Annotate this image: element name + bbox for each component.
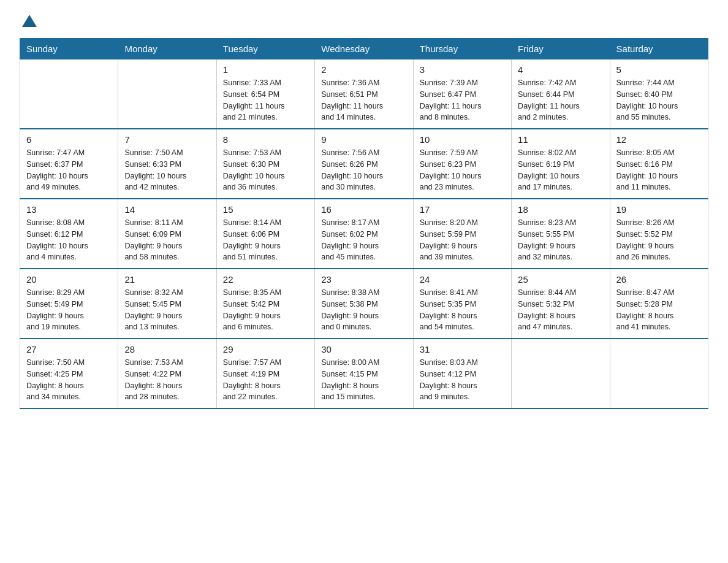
calendar-cell: 18Sunrise: 8:23 AMSunset: 5:55 PMDayligh… xyxy=(512,199,610,269)
calendar-cell: 29Sunrise: 7:57 AMSunset: 4:19 PMDayligh… xyxy=(216,339,314,408)
calendar-cell xyxy=(118,59,216,129)
day-number: 30 xyxy=(321,344,406,354)
day-info: Sunrise: 7:44 AMSunset: 6:40 PMDaylight:… xyxy=(616,77,702,123)
calendar-cell: 24Sunrise: 8:41 AMSunset: 5:35 PMDayligh… xyxy=(413,269,511,339)
day-info: Sunrise: 7:50 AMSunset: 4:25 PMDaylight:… xyxy=(26,357,112,403)
day-number: 7 xyxy=(124,134,210,145)
day-number: 12 xyxy=(616,134,702,145)
calendar-cell xyxy=(610,339,708,408)
calendar-table: SundayMondayTuesdayWednesdayThursdayFrid… xyxy=(20,38,708,409)
calendar-cell xyxy=(512,339,610,408)
calendar-cell: 20Sunrise: 8:29 AMSunset: 5:49 PMDayligh… xyxy=(20,269,118,339)
calendar-cell: 28Sunrise: 7:53 AMSunset: 4:22 PMDayligh… xyxy=(118,339,216,408)
day-info: Sunrise: 8:03 AMSunset: 4:12 PMDaylight:… xyxy=(420,357,505,403)
day-number: 17 xyxy=(420,204,505,215)
calendar-cell: 25Sunrise: 8:44 AMSunset: 5:32 PMDayligh… xyxy=(512,269,610,339)
day-number: 6 xyxy=(26,134,112,145)
calendar-cell: 17Sunrise: 8:20 AMSunset: 5:59 PMDayligh… xyxy=(413,199,511,269)
day-number: 14 xyxy=(124,204,210,215)
day-info: Sunrise: 8:14 AMSunset: 6:06 PMDaylight:… xyxy=(223,217,308,263)
day-info: Sunrise: 8:35 AMSunset: 5:42 PMDaylight:… xyxy=(223,287,308,333)
day-number: 20 xyxy=(26,274,112,285)
day-info: Sunrise: 7:57 AMSunset: 4:19 PMDaylight:… xyxy=(223,357,308,403)
day-info: Sunrise: 7:39 AMSunset: 6:47 PMDaylight:… xyxy=(420,77,505,123)
calendar-cell: 14Sunrise: 8:11 AMSunset: 6:09 PMDayligh… xyxy=(118,199,216,269)
day-info: Sunrise: 7:36 AMSunset: 6:51 PMDaylight:… xyxy=(321,77,406,123)
day-number: 25 xyxy=(518,274,603,285)
day-number: 10 xyxy=(420,134,505,145)
logo xyxy=(20,15,37,28)
calendar-cell: 8Sunrise: 7:53 AMSunset: 6:30 PMDaylight… xyxy=(216,129,314,199)
day-number: 24 xyxy=(420,274,505,285)
calendar-cell: 22Sunrise: 8:35 AMSunset: 5:42 PMDayligh… xyxy=(216,269,314,339)
header-day-friday: Friday xyxy=(512,39,610,59)
calendar-week-row: 6Sunrise: 7:47 AMSunset: 6:37 PMDaylight… xyxy=(20,129,708,199)
calendar-cell: 21Sunrise: 8:32 AMSunset: 5:45 PMDayligh… xyxy=(118,269,216,339)
day-number: 23 xyxy=(321,274,406,285)
header-day-monday: Monday xyxy=(118,39,216,59)
day-number: 1 xyxy=(223,64,308,75)
header-day-tuesday: Tuesday xyxy=(216,39,314,59)
day-info: Sunrise: 8:41 AMSunset: 5:35 PMDaylight:… xyxy=(420,287,505,333)
calendar-cell: 27Sunrise: 7:50 AMSunset: 4:25 PMDayligh… xyxy=(20,339,118,408)
day-info: Sunrise: 8:26 AMSunset: 5:52 PMDaylight:… xyxy=(616,217,702,263)
calendar-cell: 4Sunrise: 7:42 AMSunset: 6:44 PMDaylight… xyxy=(512,59,610,129)
calendar-cell: 15Sunrise: 8:14 AMSunset: 6:06 PMDayligh… xyxy=(216,199,314,269)
day-number: 5 xyxy=(616,64,702,75)
day-info: Sunrise: 8:29 AMSunset: 5:49 PMDaylight:… xyxy=(26,287,112,333)
day-number: 29 xyxy=(223,344,308,354)
day-info: Sunrise: 8:05 AMSunset: 6:16 PMDaylight:… xyxy=(616,147,702,193)
day-info: Sunrise: 7:42 AMSunset: 6:44 PMDaylight:… xyxy=(518,77,603,123)
day-number: 26 xyxy=(616,274,702,285)
day-info: Sunrise: 8:20 AMSunset: 5:59 PMDaylight:… xyxy=(420,217,505,263)
day-info: Sunrise: 8:17 AMSunset: 6:02 PMDaylight:… xyxy=(321,217,406,263)
day-number: 19 xyxy=(616,204,702,215)
day-info: Sunrise: 8:47 AMSunset: 5:28 PMDaylight:… xyxy=(616,287,702,333)
day-number: 27 xyxy=(26,344,112,354)
day-number: 11 xyxy=(518,134,603,145)
day-number: 18 xyxy=(518,204,603,215)
day-number: 22 xyxy=(223,274,308,285)
calendar-cell: 31Sunrise: 8:03 AMSunset: 4:12 PMDayligh… xyxy=(413,339,511,408)
day-number: 9 xyxy=(321,134,406,145)
day-number: 16 xyxy=(321,204,406,215)
calendar-cell: 11Sunrise: 8:02 AMSunset: 6:19 PMDayligh… xyxy=(512,129,610,199)
day-info: Sunrise: 8:00 AMSunset: 4:15 PMDaylight:… xyxy=(321,357,406,403)
calendar-cell: 7Sunrise: 7:50 AMSunset: 6:33 PMDaylight… xyxy=(118,129,216,199)
page-header xyxy=(20,15,708,28)
day-number: 3 xyxy=(420,64,505,75)
calendar-cell: 30Sunrise: 8:00 AMSunset: 4:15 PMDayligh… xyxy=(315,339,413,408)
day-info: Sunrise: 7:53 AMSunset: 4:22 PMDaylight:… xyxy=(124,357,210,403)
calendar-cell: 2Sunrise: 7:36 AMSunset: 6:51 PMDaylight… xyxy=(315,59,413,129)
calendar-cell: 16Sunrise: 8:17 AMSunset: 6:02 PMDayligh… xyxy=(315,199,413,269)
day-info: Sunrise: 8:02 AMSunset: 6:19 PMDaylight:… xyxy=(518,147,603,193)
calendar-cell: 10Sunrise: 7:59 AMSunset: 6:23 PMDayligh… xyxy=(413,129,511,199)
calendar-header-row: SundayMondayTuesdayWednesdayThursdayFrid… xyxy=(20,39,708,59)
day-number: 28 xyxy=(124,344,210,354)
day-info: Sunrise: 7:47 AMSunset: 6:37 PMDaylight:… xyxy=(26,147,112,193)
day-info: Sunrise: 8:11 AMSunset: 6:09 PMDaylight:… xyxy=(124,217,210,263)
calendar-cell: 1Sunrise: 7:33 AMSunset: 6:54 PMDaylight… xyxy=(216,59,314,129)
calendar-cell: 6Sunrise: 7:47 AMSunset: 6:37 PMDaylight… xyxy=(20,129,118,199)
day-info: Sunrise: 7:56 AMSunset: 6:26 PMDaylight:… xyxy=(321,147,406,193)
day-info: Sunrise: 8:23 AMSunset: 5:55 PMDaylight:… xyxy=(518,217,603,263)
calendar-cell: 23Sunrise: 8:38 AMSunset: 5:38 PMDayligh… xyxy=(315,269,413,339)
day-info: Sunrise: 8:08 AMSunset: 6:12 PMDaylight:… xyxy=(26,217,112,263)
day-number: 8 xyxy=(223,134,308,145)
calendar-cell: 26Sunrise: 8:47 AMSunset: 5:28 PMDayligh… xyxy=(610,269,708,339)
day-number: 21 xyxy=(124,274,210,285)
day-info: Sunrise: 8:38 AMSunset: 5:38 PMDaylight:… xyxy=(321,287,406,333)
day-info: Sunrise: 8:44 AMSunset: 5:32 PMDaylight:… xyxy=(518,287,603,333)
day-info: Sunrise: 7:50 AMSunset: 6:33 PMDaylight:… xyxy=(124,147,210,193)
day-number: 15 xyxy=(223,204,308,215)
calendar-cell xyxy=(20,59,118,129)
calendar-cell: 3Sunrise: 7:39 AMSunset: 6:47 PMDaylight… xyxy=(413,59,511,129)
header-day-sunday: Sunday xyxy=(20,39,118,59)
calendar-cell: 12Sunrise: 8:05 AMSunset: 6:16 PMDayligh… xyxy=(610,129,708,199)
calendar-week-row: 20Sunrise: 8:29 AMSunset: 5:49 PMDayligh… xyxy=(20,269,708,339)
calendar-cell: 9Sunrise: 7:56 AMSunset: 6:26 PMDaylight… xyxy=(315,129,413,199)
day-number: 13 xyxy=(26,204,112,215)
day-number: 4 xyxy=(518,64,603,75)
day-number: 2 xyxy=(321,64,406,75)
day-info: Sunrise: 7:53 AMSunset: 6:30 PMDaylight:… xyxy=(223,147,308,193)
